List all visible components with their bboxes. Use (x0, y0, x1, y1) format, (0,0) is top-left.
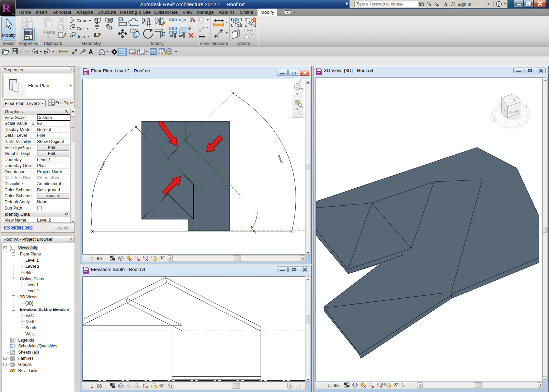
svg-text:46.000°: 46.000° (99, 161, 106, 171)
svg-text:A: A (12, 12, 14, 16)
svg-text:RVT: RVT (317, 71, 322, 74)
svg-text:1: 1 (83, 49, 84, 52)
svg-text:R: R (2, 2, 11, 14)
svg-text:?: ? (498, 2, 500, 7)
svg-text:RVT: RVT (84, 72, 89, 74)
svg-text:RVT: RVT (84, 270, 89, 273)
svg-text:45.000°: 45.000° (277, 154, 284, 164)
svg-text:Sign In: Sign In (457, 2, 471, 7)
svg-text:A: A (89, 48, 93, 55)
svg-text:2D: 2D (299, 87, 303, 91)
